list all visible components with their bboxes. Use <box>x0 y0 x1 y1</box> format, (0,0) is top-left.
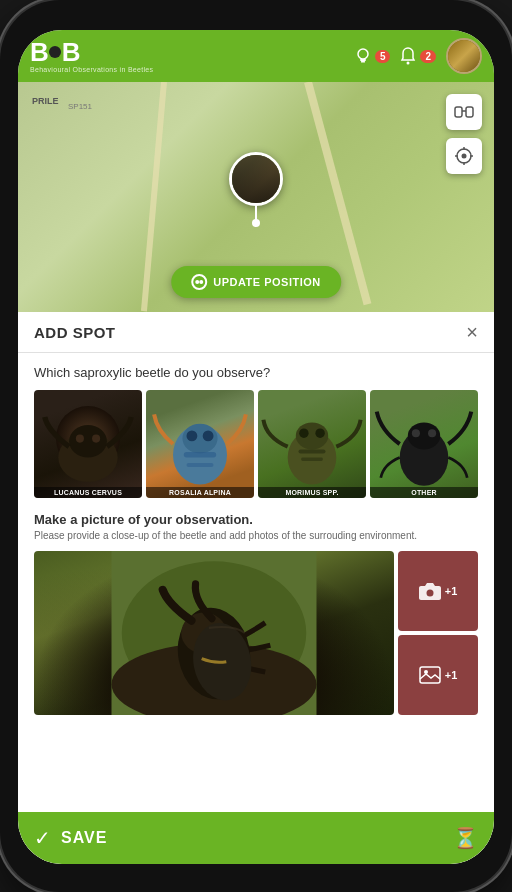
sheet-content: Which saproxylic beetle do you observe? <box>18 353 494 812</box>
beetle-label-rosalia: ROSALIA ALPINA <box>146 487 254 498</box>
camera-icon <box>419 582 441 600</box>
map-road-label: SP151 <box>68 102 92 111</box>
svg-point-19 <box>187 431 198 442</box>
map-label-prile: PRILE <box>32 96 59 106</box>
trophy-icon <box>355 48 371 64</box>
marker-pin <box>255 204 257 220</box>
bell-icon <box>400 47 416 65</box>
svg-point-8 <box>462 154 467 159</box>
beetle-grid: LUCANUS CERVUS <box>34 390 478 498</box>
save-label: SAVE <box>61 829 107 847</box>
map-road-2 <box>141 82 167 311</box>
obs-subtitle: Please provide a close-up of the beetle … <box>34 529 478 543</box>
svg-point-26 <box>315 428 324 437</box>
other-beetle-img <box>370 390 478 498</box>
svg-rect-28 <box>301 458 323 461</box>
obs-photos: +1 +1 <box>34 551 478 715</box>
map-marker <box>229 152 283 227</box>
question-label: Which saproxylic beetle do you observe? <box>34 365 478 380</box>
stag-beetle-photo <box>34 551 394 715</box>
marker-pin-dot <box>252 219 260 227</box>
location-button[interactable] <box>446 138 482 174</box>
header-icons: 5 2 <box>355 38 482 74</box>
phone-screen: BB Behavioural Observations in Beetles 5 <box>18 30 494 864</box>
svg-rect-21 <box>184 452 216 457</box>
svg-rect-22 <box>187 463 214 467</box>
app-logo: BB <box>30 39 153 65</box>
svg-point-3 <box>407 62 410 65</box>
camera-photo-button[interactable]: +1 <box>398 551 478 631</box>
svg-point-14 <box>69 425 107 457</box>
morimus-beetle-img <box>258 390 366 498</box>
gallery-plus-label: +1 <box>445 669 458 681</box>
svg-point-25 <box>299 428 308 437</box>
lucanus-beetle-img <box>34 390 142 498</box>
logo-area: BB Behavioural Observations in Beetles <box>30 39 153 73</box>
map-controls <box>446 94 482 174</box>
location-icon <box>454 146 474 166</box>
update-pos-icon <box>191 274 207 290</box>
beetle-card-morimus[interactable]: MORIMUS SPP. <box>258 390 366 498</box>
notifications-group[interactable]: 5 <box>355 48 391 64</box>
marker-beetle-img <box>232 155 280 203</box>
save-left: ✓ SAVE <box>34 826 107 850</box>
sheet-header: ADD SPOT × <box>18 312 494 353</box>
close-button[interactable]: × <box>466 322 478 342</box>
rosalia-beetle-img <box>146 390 254 498</box>
binoculars-button[interactable] <box>446 94 482 130</box>
svg-rect-5 <box>466 107 473 117</box>
beetle-card-other[interactable]: OTHER <box>370 390 478 498</box>
alerts-group[interactable]: 2 <box>400 47 436 65</box>
svg-point-20 <box>203 431 214 442</box>
svg-rect-2 <box>361 61 365 63</box>
update-position-button[interactable]: UPDATE POSITION <box>171 266 341 298</box>
svg-rect-4 <box>455 107 462 117</box>
observation-section: Make a picture of your observation. Plea… <box>34 512 478 715</box>
svg-point-32 <box>428 429 436 437</box>
svg-point-30 <box>408 422 440 449</box>
camera-plus-label: +1 <box>445 585 458 597</box>
beetle-label-lucanus: LUCANUS CERVUS <box>34 487 142 498</box>
obs-main-photo <box>34 551 394 715</box>
svg-point-16 <box>92 435 100 443</box>
svg-rect-40 <box>420 667 440 683</box>
update-position-label: UPDATE POSITION <box>213 276 321 288</box>
svg-point-0 <box>358 49 368 59</box>
svg-point-15 <box>76 435 84 443</box>
save-bar[interactable]: ✓ SAVE ⏳ <box>18 812 494 864</box>
notifications-badge: 5 <box>375 50 391 63</box>
svg-point-31 <box>412 429 420 437</box>
binoculars-icon <box>454 104 474 120</box>
gallery-icon <box>419 666 441 684</box>
phone-frame: BB Behavioural Observations in Beetles 5 <box>0 0 512 892</box>
map-section: PRILE SP151 <box>18 82 494 312</box>
alerts-badge: 2 <box>420 50 436 63</box>
beetle-label-morimus: MORIMUS SPP. <box>258 487 366 498</box>
svg-rect-27 <box>299 449 326 453</box>
svg-point-39 <box>426 590 433 597</box>
beetle-card-lucanus[interactable]: LUCANUS CERVUS <box>34 390 142 498</box>
app-subtitle: Behavioural Observations in Beetles <box>30 66 153 73</box>
svg-rect-1 <box>360 59 366 61</box>
marker-circle <box>229 152 283 206</box>
sheet-title: ADD SPOT <box>34 324 116 341</box>
beetle-card-rosalia[interactable]: ROSALIA ALPINA <box>146 390 254 498</box>
app-header: BB Behavioural Observations in Beetles 5 <box>18 30 494 82</box>
bottom-sheet: ADD SPOT × Which saproxylic beetle do yo… <box>18 312 494 864</box>
obs-title: Make a picture of your observation. <box>34 512 478 527</box>
check-icon: ✓ <box>34 826 51 850</box>
hourglass-icon: ⏳ <box>453 826 478 850</box>
beetle-label-other: OTHER <box>370 487 478 498</box>
gallery-photo-button[interactable]: +1 <box>398 635 478 715</box>
avatar[interactable] <box>446 38 482 74</box>
